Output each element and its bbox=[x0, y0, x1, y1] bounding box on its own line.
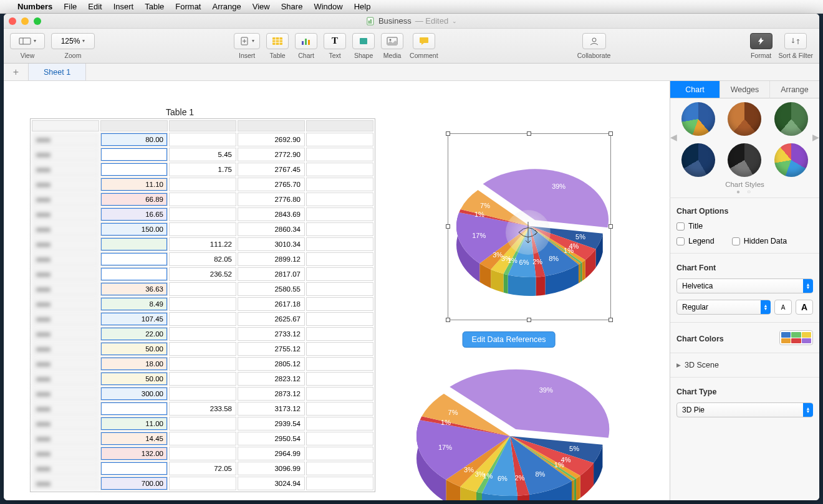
resize-handle[interactable] bbox=[527, 131, 531, 136]
font-family-select[interactable]: Helvetica▲▼ bbox=[676, 278, 813, 293]
svg-text:1%: 1% bbox=[441, 419, 451, 426]
text-label: Text bbox=[329, 52, 340, 59]
canvas[interactable]: Table 1 xxxx80.002692.90xxxx5.452772.90x… bbox=[4, 81, 670, 500]
menu-help[interactable]: Help bbox=[354, 2, 371, 11]
hidden-data-checkbox[interactable] bbox=[732, 237, 740, 245]
table-row[interactable]: xxxx18.002805.12 bbox=[32, 357, 373, 371]
menu-table[interactable]: Table bbox=[145, 2, 164, 11]
table-row[interactable]: xxxx300.002873.12 bbox=[32, 387, 373, 401]
menu-share[interactable]: Share bbox=[281, 2, 303, 11]
chart-style-1[interactable] bbox=[681, 102, 715, 136]
3d-scene-disclosure[interactable]: ▶3D Scene bbox=[676, 361, 813, 369]
svg-rect-15 bbox=[308, 40, 310, 45]
shape-button[interactable] bbox=[352, 33, 375, 49]
add-sheet-button[interactable]: + bbox=[4, 64, 29, 80]
resize-handle[interactable] bbox=[446, 318, 450, 322]
title-checkbox[interactable] bbox=[676, 222, 685, 231]
table-row[interactable]: xxxx80.002692.90 bbox=[32, 133, 373, 146]
styles-next[interactable]: ▶ bbox=[812, 132, 819, 142]
table-row[interactable]: xxxx1.752767.45 bbox=[32, 163, 373, 176]
svg-text:7%: 7% bbox=[480, 202, 490, 209]
table-button[interactable] bbox=[266, 33, 289, 49]
resize-handle[interactable] bbox=[527, 318, 531, 322]
chart-type-select[interactable]: 3D Pie▲▼ bbox=[676, 402, 813, 417]
menu-insert[interactable]: Insert bbox=[113, 2, 134, 11]
spreadsheet-table[interactable]: xxxx80.002692.90xxxx5.452772.90xxxx1.752… bbox=[30, 118, 375, 492]
sheet-tab-1[interactable]: Sheet 1 bbox=[29, 64, 86, 80]
zoom-select[interactable]: 125%▾ bbox=[51, 33, 95, 49]
table-row[interactable]: xxxx236.522817.07 bbox=[32, 267, 373, 281]
menu-format[interactable]: Format bbox=[175, 2, 201, 11]
document-title[interactable]: Business — Edited ⌄ bbox=[366, 16, 457, 26]
column-headers[interactable] bbox=[32, 120, 373, 131]
chart-style-6[interactable] bbox=[774, 143, 808, 177]
view-button[interactable]: ▾ bbox=[10, 33, 45, 49]
fullscreen-button[interactable] bbox=[34, 17, 41, 25]
table-row[interactable]: xxxx111.223010.34 bbox=[32, 237, 373, 251]
table-row[interactable]: xxxx22.002733.12 bbox=[32, 327, 373, 341]
insert-button[interactable]: ▾ bbox=[234, 33, 260, 49]
close-button[interactable] bbox=[9, 17, 16, 25]
document-status: — Edited bbox=[415, 16, 448, 26]
svg-text:39%: 39% bbox=[539, 386, 553, 394]
chart-style-5[interactable] bbox=[728, 143, 761, 177]
chart-colors-button[interactable] bbox=[779, 330, 813, 345]
table-title[interactable]: Table 1 bbox=[166, 107, 194, 117]
table-row[interactable]: xxxx66.892776.80 bbox=[32, 193, 373, 206]
pie-chart-selected[interactable]: 39%5%4%1%8%2%6%1%3%3%17%1%7% bbox=[448, 133, 611, 320]
table-row[interactable]: xxxx700.003024.94 bbox=[32, 477, 373, 490]
chart-style-3[interactable] bbox=[774, 102, 808, 136]
edit-data-references-button[interactable]: Edit Data References bbox=[463, 331, 556, 348]
table-row[interactable]: xxxx50.002823.12 bbox=[32, 372, 373, 386]
styles-prev[interactable]: ◀ bbox=[670, 132, 677, 142]
table-label: Table bbox=[270, 52, 286, 59]
font-weight-select[interactable]: Regular▲▼ bbox=[676, 300, 771, 315]
table-row[interactable]: xxxx5.452772.90 bbox=[32, 148, 373, 161]
table-row[interactable]: xxxx82.052899.12 bbox=[32, 252, 373, 266]
minimize-button[interactable] bbox=[21, 17, 29, 25]
resize-handle[interactable] bbox=[609, 318, 613, 322]
menu-window[interactable]: Window bbox=[314, 2, 342, 11]
resize-handle[interactable] bbox=[609, 224, 613, 229]
format-button[interactable] bbox=[750, 33, 772, 49]
text-button[interactable]: T bbox=[324, 33, 346, 49]
menu-edit[interactable]: Edit bbox=[88, 2, 102, 11]
table-row[interactable]: xxxx11.002939.54 bbox=[32, 417, 373, 430]
inspector-tab-wedges[interactable]: Wedges bbox=[720, 81, 769, 98]
chevron-down-icon[interactable]: ⌄ bbox=[452, 18, 457, 24]
table-row[interactable]: xxxx16.652843.69 bbox=[32, 207, 373, 221]
font-smaller-button[interactable]: A bbox=[774, 300, 792, 315]
menu-view[interactable]: View bbox=[253, 2, 270, 11]
style-page-dots[interactable]: ● ○ bbox=[679, 188, 811, 195]
font-bigger-button[interactable]: A bbox=[796, 300, 813, 315]
menu-file[interactable]: File bbox=[64, 2, 77, 11]
media-button[interactable] bbox=[381, 33, 403, 49]
table-row[interactable]: xxxx150.002860.34 bbox=[32, 222, 373, 236]
resize-handle[interactable] bbox=[446, 224, 450, 229]
table-row[interactable]: xxxx14.452950.54 bbox=[32, 432, 373, 445]
collaborate-button[interactable] bbox=[582, 33, 606, 49]
legend-checkbox[interactable] bbox=[676, 237, 685, 245]
chart-style-4[interactable] bbox=[681, 143, 715, 177]
table-row[interactable]: xxxx72.053096.99 bbox=[32, 462, 373, 475]
inspector-tab-chart[interactable]: Chart bbox=[670, 81, 720, 98]
menu-arrange[interactable]: Arrange bbox=[212, 2, 241, 11]
table-row[interactable]: xxxx11.102765.70 bbox=[32, 178, 373, 191]
table-row[interactable]: xxxx36.632580.55 bbox=[32, 282, 373, 296]
sort-filter-button[interactable] bbox=[784, 33, 807, 49]
table-row[interactable]: xxxx8.492617.18 bbox=[32, 297, 373, 311]
table-row[interactable]: xxxx107.452625.67 bbox=[32, 312, 373, 326]
chart-button[interactable] bbox=[295, 33, 317, 49]
resize-handle[interactable] bbox=[609, 131, 613, 136]
pie-chart-2[interactable]: Edit Data References 39%5%4%1%8%2%6%1%3%… bbox=[403, 335, 615, 500]
comment-button[interactable] bbox=[413, 33, 435, 49]
table-row[interactable]: xxxx50.002755.12 bbox=[32, 342, 373, 356]
table-row[interactable]: xxxx132.002964.99 bbox=[32, 447, 373, 460]
rotate-3d-control[interactable] bbox=[506, 210, 551, 255]
table-row[interactable]: xxxx233.583173.12 bbox=[32, 402, 373, 416]
app-menu[interactable]: Numbers bbox=[17, 2, 52, 11]
resize-handle[interactable] bbox=[446, 131, 450, 136]
window-titlebar[interactable]: Business — Edited ⌄ bbox=[4, 14, 819, 29]
inspector-tab-arrange[interactable]: Arrange bbox=[769, 81, 819, 98]
chart-style-2[interactable] bbox=[728, 102, 761, 136]
